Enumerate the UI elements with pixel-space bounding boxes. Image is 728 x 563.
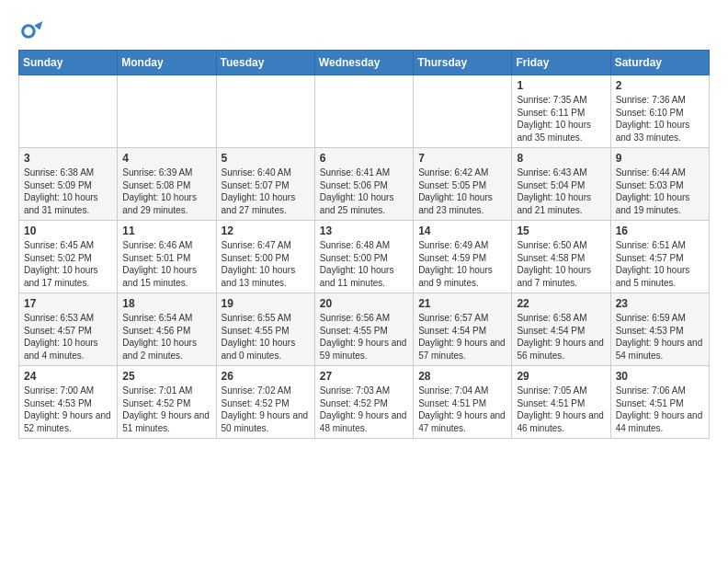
day-number: 12 [222,224,310,237]
day-info: Sunrise: 6:59 AMSunset: 4:53 PMDaylight:… [616,312,704,362]
day-number: 24 [24,370,112,383]
day-info: Sunrise: 6:54 AMSunset: 4:56 PMDaylight:… [122,312,210,362]
day-number: 3 [24,152,112,165]
calendar-cell: 9Sunrise: 6:44 AMSunset: 5:03 PMDaylight… [610,148,709,221]
day-number: 8 [517,152,605,165]
calendar-cell: 13Sunrise: 6:48 AMSunset: 5:00 PMDayligh… [314,221,413,293]
day-number: 27 [320,370,408,383]
day-info: Sunrise: 6:53 AMSunset: 4:57 PMDaylight:… [24,312,112,362]
day-info: Sunrise: 6:49 AMSunset: 4:59 PMDaylight:… [418,239,506,289]
day-info: Sunrise: 6:58 AMSunset: 4:54 PMDaylight:… [517,312,605,362]
calendar-cell: 17Sunrise: 6:53 AMSunset: 4:57 PMDayligh… [19,293,118,366]
calendar-cell: 2Sunrise: 7:36 AMSunset: 6:10 PMDaylight… [610,75,709,148]
day-info: Sunrise: 7:36 AMSunset: 6:10 PMDaylight:… [616,94,704,144]
calendar-table: Sunday Monday Tuesday Wednesday Thursday… [18,50,710,439]
calendar-cell: 26Sunrise: 7:02 AMSunset: 4:52 PMDayligh… [216,366,314,439]
day-info: Sunrise: 6:40 AMSunset: 5:07 PMDaylight:… [222,167,310,216]
calendar-cell: 19Sunrise: 6:55 AMSunset: 4:55 PMDayligh… [216,293,314,366]
day-info: Sunrise: 7:03 AMSunset: 4:52 PMDaylight:… [320,385,408,434]
calendar-cell: 15Sunrise: 6:50 AMSunset: 4:58 PMDayligh… [512,221,610,293]
day-number: 20 [320,297,408,310]
day-number: 29 [517,370,605,383]
calendar-cell: 25Sunrise: 7:01 AMSunset: 4:52 PMDayligh… [118,366,216,439]
day-info: Sunrise: 6:38 AMSunset: 5:09 PMDaylight:… [24,167,112,216]
calendar-cell: 1Sunrise: 7:35 AMSunset: 6:11 PMDaylight… [512,75,610,148]
calendar-cell: 27Sunrise: 7:03 AMSunset: 4:52 PMDayligh… [314,366,413,439]
calendar-header: Sunday Monday Tuesday Wednesday Thursday… [19,51,710,75]
day-info: Sunrise: 7:05 AMSunset: 4:51 PMDaylight:… [517,385,605,434]
calendar-cell [19,75,118,148]
calendar-cell [118,75,216,148]
day-info: Sunrise: 6:43 AMSunset: 5:04 PMDaylight:… [517,167,605,216]
day-number: 2 [616,79,704,92]
calendar-week-1: 3Sunrise: 6:38 AMSunset: 5:09 PMDaylight… [19,148,710,221]
calendar-week-4: 24Sunrise: 7:00 AMSunset: 4:53 PMDayligh… [19,366,710,439]
day-info: Sunrise: 7:01 AMSunset: 4:52 PMDaylight:… [122,385,210,434]
calendar-cell: 24Sunrise: 7:00 AMSunset: 4:53 PMDayligh… [19,366,118,439]
day-number: 4 [122,152,210,165]
header-thursday: Thursday [414,51,512,75]
day-info: Sunrise: 6:48 AMSunset: 5:00 PMDaylight:… [320,239,408,289]
calendar-container: Sunday Monday Tuesday Wednesday Thursday… [0,0,728,448]
day-info: Sunrise: 6:55 AMSunset: 4:55 PMDaylight:… [222,312,310,362]
calendar-cell: 10Sunrise: 6:45 AMSunset: 5:02 PMDayligh… [19,221,118,293]
day-number: 28 [418,370,506,383]
day-info: Sunrise: 6:39 AMSunset: 5:08 PMDaylight:… [122,167,210,216]
calendar-cell: 6Sunrise: 6:41 AMSunset: 5:06 PMDaylight… [314,148,413,221]
day-number: 22 [517,297,605,310]
day-number: 14 [418,224,506,237]
header-sunday: Sunday [19,51,118,75]
day-number: 10 [24,224,112,237]
day-info: Sunrise: 6:45 AMSunset: 5:02 PMDaylight:… [24,239,112,289]
day-info: Sunrise: 7:04 AMSunset: 4:51 PMDaylight:… [418,385,506,434]
header-wednesday: Wednesday [314,51,413,75]
day-number: 25 [122,370,210,383]
day-number: 9 [616,152,704,165]
day-number: 6 [320,152,408,165]
logo [18,18,48,44]
day-info: Sunrise: 6:56 AMSunset: 4:55 PMDaylight:… [320,312,408,362]
svg-point-1 [24,27,32,35]
day-number: 23 [616,297,704,310]
day-number: 1 [517,79,605,92]
day-number: 18 [122,297,210,310]
day-number: 17 [24,297,112,310]
calendar-body: 1Sunrise: 7:35 AMSunset: 6:11 PMDaylight… [19,75,710,439]
calendar-cell: 11Sunrise: 6:46 AMSunset: 5:01 PMDayligh… [118,221,216,293]
calendar-cell: 28Sunrise: 7:04 AMSunset: 4:51 PMDayligh… [414,366,512,439]
day-number: 11 [122,224,210,237]
calendar-cell [414,75,512,148]
day-number: 7 [418,152,506,165]
calendar-cell: 4Sunrise: 6:39 AMSunset: 5:08 PMDaylight… [118,148,216,221]
calendar-cell: 30Sunrise: 7:06 AMSunset: 4:51 PMDayligh… [610,366,709,439]
calendar-cell: 3Sunrise: 6:38 AMSunset: 5:09 PMDaylight… [19,148,118,221]
day-info: Sunrise: 6:50 AMSunset: 4:58 PMDaylight:… [517,239,605,289]
calendar-week-3: 17Sunrise: 6:53 AMSunset: 4:57 PMDayligh… [19,293,710,366]
calendar-cell: 29Sunrise: 7:05 AMSunset: 4:51 PMDayligh… [512,366,610,439]
day-info: Sunrise: 6:51 AMSunset: 4:57 PMDaylight:… [616,239,704,289]
calendar-cell: 22Sunrise: 6:58 AMSunset: 4:54 PMDayligh… [512,293,610,366]
calendar-cell: 21Sunrise: 6:57 AMSunset: 4:54 PMDayligh… [414,293,512,366]
calendar-cell: 14Sunrise: 6:49 AMSunset: 4:59 PMDayligh… [414,221,512,293]
day-number: 16 [616,224,704,237]
calendar-week-0: 1Sunrise: 7:35 AMSunset: 6:11 PMDaylight… [19,75,710,148]
day-info: Sunrise: 7:35 AMSunset: 6:11 PMDaylight:… [517,94,605,144]
svg-marker-2 [34,21,42,29]
day-info: Sunrise: 6:47 AMSunset: 5:00 PMDaylight:… [222,239,310,289]
weekday-header-row: Sunday Monday Tuesday Wednesday Thursday… [19,51,710,75]
calendar-cell: 16Sunrise: 6:51 AMSunset: 4:57 PMDayligh… [610,221,709,293]
header-monday: Monday [118,51,216,75]
calendar-cell: 7Sunrise: 6:42 AMSunset: 5:05 PMDaylight… [414,148,512,221]
day-number: 26 [222,370,310,383]
day-info: Sunrise: 6:44 AMSunset: 5:03 PMDaylight:… [616,167,704,216]
calendar-cell: 23Sunrise: 6:59 AMSunset: 4:53 PMDayligh… [610,293,709,366]
logo-icon [18,18,44,44]
header-friday: Friday [512,51,610,75]
calendar-cell: 8Sunrise: 6:43 AMSunset: 5:04 PMDaylight… [512,148,610,221]
day-info: Sunrise: 7:06 AMSunset: 4:51 PMDaylight:… [616,385,704,434]
calendar-cell [314,75,413,148]
day-number: 19 [222,297,310,310]
day-number: 13 [320,224,408,237]
day-number: 21 [418,297,506,310]
day-info: Sunrise: 6:42 AMSunset: 5:05 PMDaylight:… [418,167,506,216]
